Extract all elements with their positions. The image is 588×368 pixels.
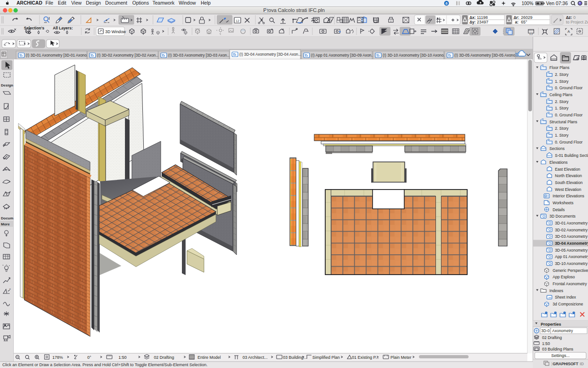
svg-text:All Layers:: All Layers: xyxy=(53,26,73,30)
svg-text:02 Drafting: 02 Drafting xyxy=(542,335,562,340)
svg-text:178%: 178% xyxy=(52,355,63,360)
svg-text:Indexes: Indexes xyxy=(549,288,563,293)
svg-text:Δz:: Δz: xyxy=(566,15,572,20)
svg-text:Window: Window xyxy=(179,0,196,6)
svg-text:S-01 Building Section: S-01 Building Section xyxy=(555,153,588,158)
svg-text:23497: 23497 xyxy=(477,20,488,24)
svg-text:Generic Perspective: Generic Perspective xyxy=(553,268,588,273)
svg-text:02 Drafting: 02 Drafting xyxy=(154,355,174,360)
svg-text:3D-04 Axonometry: 3D-04 Axonometry xyxy=(555,241,588,246)
svg-text:ID: ID xyxy=(580,362,584,366)
svg-text:File: File xyxy=(45,0,53,6)
svg-text:3D-10 Axonometry: 3D-10 Axonometry xyxy=(555,261,588,266)
svg-text:1. Story: 1. Story xyxy=(555,133,569,138)
svg-text:Docum: Docum xyxy=(1,216,13,220)
svg-text:(!) 3D-05 Axonometry [3D-05 Ax: (!) 3D-05 Axonometry [3D-05 Axono... xyxy=(454,53,519,58)
svg-text:Selection's: Selection's xyxy=(24,26,45,30)
svg-text:2. Story: 2. Story xyxy=(555,99,569,104)
svg-text:App 01 Axonometry: App 01 Axonometry xyxy=(555,254,588,259)
svg-text:Interior Elevations: Interior Elevations xyxy=(553,194,584,198)
svg-text:GRAPHISOFT: GRAPHISOFT xyxy=(553,362,578,366)
svg-text:West Elevation: West Elevation xyxy=(555,187,581,192)
svg-text:Options: Options xyxy=(132,0,149,6)
svg-text:Simplified Plan: Simplified Plan xyxy=(312,355,340,360)
svg-text:Worksheets: Worksheets xyxy=(553,201,573,205)
svg-text:2. Story: 2. Story xyxy=(555,72,569,77)
svg-text:1:50: 1:50 xyxy=(542,341,550,346)
svg-text:(!) 3D-03 Axonometry [3D-03 Ax: (!) 3D-03 Axonometry [3D-03 Axon... xyxy=(168,53,230,58)
svg-text:Sections: Sections xyxy=(549,146,565,151)
svg-text:Floor Plans: Floor Plans xyxy=(549,65,569,70)
svg-text:Properties: Properties xyxy=(541,322,561,327)
svg-text:East Elevation: East Elevation xyxy=(555,167,580,172)
svg-text:App Esploso: App Esploso xyxy=(553,275,575,279)
svg-text:|: | xyxy=(551,362,552,366)
svg-text:Teamwork: Teamwork xyxy=(153,0,175,6)
svg-text:12: 12 xyxy=(236,19,239,23)
svg-text:Plain Meter: Plain Meter xyxy=(390,355,412,360)
svg-text:North Elevation: North Elevation xyxy=(555,173,582,178)
svg-text:3D-0: 3D-0 xyxy=(541,328,550,333)
svg-text:Elevations: Elevations xyxy=(549,160,568,165)
svg-text:Axonometry: Axonometry xyxy=(552,328,573,333)
svg-text:0. Ground Floor: 0. Ground Floor xyxy=(555,86,582,90)
svg-text:100%: 100% xyxy=(521,1,533,6)
svg-text:Click an Element or Draw a Sel: Click an Element or Draw a Selection Are… xyxy=(2,362,208,367)
svg-text:Help: Help xyxy=(201,0,211,6)
svg-text:Ceiling Plans: Ceiling Plans xyxy=(549,92,572,97)
svg-text:View: View xyxy=(71,0,82,6)
svg-text:26029: 26029 xyxy=(521,15,532,20)
svg-text:0: 0 xyxy=(573,15,576,20)
svg-text:Δy:: Δy: xyxy=(469,20,476,24)
svg-text:Sheet Index: Sheet Index xyxy=(555,295,577,299)
svg-text:3D Documents: 3D Documents xyxy=(549,214,576,218)
svg-text:1.2: 1.2 xyxy=(529,33,533,35)
svg-text:More: More xyxy=(1,222,10,226)
svg-text:δ: δ xyxy=(446,1,448,6)
svg-text:03 Architect...: 03 Architect... xyxy=(243,355,268,360)
svg-text:Settings...: Settings... xyxy=(551,353,570,358)
svg-text:03 Building Plans: 03 Building Plans xyxy=(542,347,574,351)
svg-text:3D-03 Axonometry: 3D-03 Axonometry xyxy=(555,234,588,239)
svg-text:1. Story: 1. Story xyxy=(555,106,569,110)
svg-text:65°: 65° xyxy=(521,20,527,24)
svg-text:Ven 07:36: Ven 07:36 xyxy=(546,0,568,6)
svg-text:(!) 3D-02 Axonometry [3D-02 Ax: (!) 3D-02 Axonometry [3D-02 Axon... xyxy=(97,53,159,58)
svg-text:Frontal Axonometry: Frontal Axonometry xyxy=(553,282,587,286)
svg-text:3D Window: 3D Window xyxy=(105,29,126,34)
svg-text:South Elevation: South Elevation xyxy=(555,180,582,185)
svg-text:to Project Zero: to Project Zero xyxy=(566,20,588,24)
svg-text:(!) 3D-04 Axonometry [3D-04 Ax: (!) 3D-04 Axonometry [3D-04 Axon... xyxy=(239,52,301,57)
svg-text:Prova Calcolo strati IFC.pln: Prova Calcolo strati IFC.pln xyxy=(263,7,325,13)
svg-text:A: A xyxy=(567,29,570,34)
svg-text:Structural Plans: Structural Plans xyxy=(549,120,577,124)
svg-text:3D-02 Axonometry: 3D-02 Axonometry xyxy=(555,228,588,232)
svg-text:Δx:: Δx: xyxy=(469,15,476,20)
svg-text:1. Story: 1. Story xyxy=(555,79,569,84)
svg-text:Edit: Edit xyxy=(58,0,66,6)
svg-text:3d Composizione: 3d Composizione xyxy=(553,302,583,306)
svg-text:(!) 3D-01 Axonometry [3D-01 Ax: (!) 3D-01 Axonometry [3D-01 Axono... xyxy=(26,53,90,58)
svg-text:Document: Document xyxy=(105,0,127,6)
svg-text:ARCHICAD: ARCHICAD xyxy=(17,0,42,6)
svg-text:3D-05 Axonometry: 3D-05 Axonometry xyxy=(555,248,588,253)
svg-text:0°: 0° xyxy=(87,355,91,360)
svg-text:3D-01 Axonometry: 3D-01 Axonometry xyxy=(555,221,588,225)
svg-text:1:50: 1:50 xyxy=(119,355,127,360)
svg-text:Design: Design xyxy=(1,83,13,87)
svg-text:(!) App 01 Axonometry [3D-09 A: (!) App 01 Axonometry [3D-09 Axon... xyxy=(311,53,374,58)
svg-text:01 Existing P...: 01 Existing P... xyxy=(352,355,379,360)
svg-text:Entire Model: Entire Model xyxy=(198,355,221,360)
svg-text:Δr:: Δr: xyxy=(514,15,519,20)
svg-text:(!) 3D-10 Axonometry [3D-10 Ax: (!) 3D-10 Axonometry [3D-10 Axono... xyxy=(383,53,447,58)
svg-text:Design: Design xyxy=(86,0,101,6)
svg-text:Details: Details xyxy=(553,207,565,212)
svg-text:2. Story: 2. Story xyxy=(555,126,569,131)
svg-text:0. Ground Floor: 0. Ground Floor xyxy=(555,140,582,144)
svg-text:0. Ground Floor: 0. Ground Floor xyxy=(555,113,582,117)
svg-text:a:: a: xyxy=(515,20,519,24)
svg-text:11198: 11198 xyxy=(477,15,488,20)
